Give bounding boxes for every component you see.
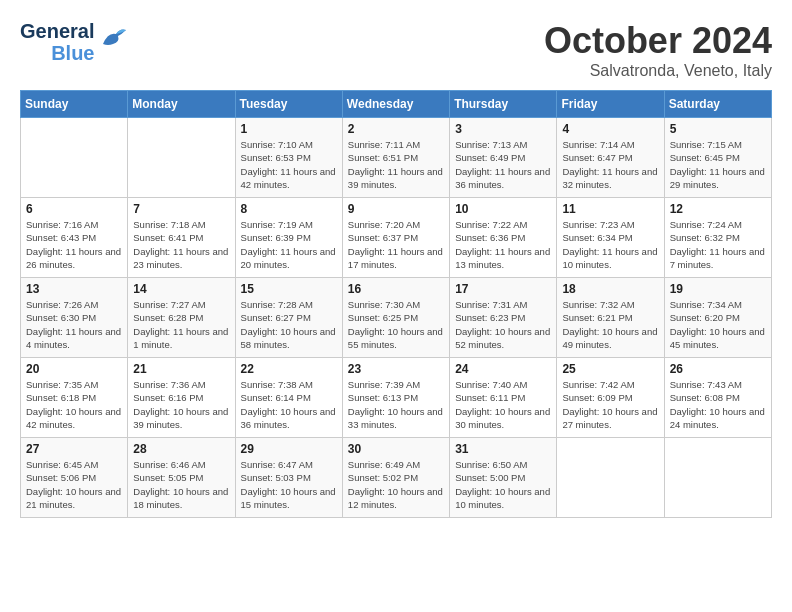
day-number: 10 [455, 202, 551, 216]
day-number: 1 [241, 122, 337, 136]
day-detail: Sunrise: 7:20 AMSunset: 6:37 PMDaylight:… [348, 218, 444, 271]
calendar-cell: 9Sunrise: 7:20 AMSunset: 6:37 PMDaylight… [342, 198, 449, 278]
day-header-monday: Monday [128, 91, 235, 118]
day-detail: Sunrise: 7:18 AMSunset: 6:41 PMDaylight:… [133, 218, 229, 271]
calendar-cell: 4Sunrise: 7:14 AMSunset: 6:47 PMDaylight… [557, 118, 664, 198]
day-number: 20 [26, 362, 122, 376]
day-detail: Sunrise: 7:36 AMSunset: 6:16 PMDaylight:… [133, 378, 229, 431]
calendar-table: SundayMondayTuesdayWednesdayThursdayFrid… [20, 90, 772, 518]
day-number: 3 [455, 122, 551, 136]
calendar-week-row: 13Sunrise: 7:26 AMSunset: 6:30 PMDayligh… [21, 278, 772, 358]
day-detail: Sunrise: 7:19 AMSunset: 6:39 PMDaylight:… [241, 218, 337, 271]
calendar-cell: 15Sunrise: 7:28 AMSunset: 6:27 PMDayligh… [235, 278, 342, 358]
calendar-cell: 11Sunrise: 7:23 AMSunset: 6:34 PMDayligh… [557, 198, 664, 278]
calendar-cell: 31Sunrise: 6:50 AMSunset: 5:00 PMDayligh… [450, 438, 557, 518]
day-header-saturday: Saturday [664, 91, 771, 118]
day-number: 18 [562, 282, 658, 296]
day-detail: Sunrise: 7:27 AMSunset: 6:28 PMDaylight:… [133, 298, 229, 351]
calendar-cell: 12Sunrise: 7:24 AMSunset: 6:32 PMDayligh… [664, 198, 771, 278]
day-detail: Sunrise: 7:11 AMSunset: 6:51 PMDaylight:… [348, 138, 444, 191]
logo-bird-icon [98, 24, 128, 60]
calendar-cell: 21Sunrise: 7:36 AMSunset: 6:16 PMDayligh… [128, 358, 235, 438]
calendar-header-row: SundayMondayTuesdayWednesdayThursdayFrid… [21, 91, 772, 118]
calendar-cell: 24Sunrise: 7:40 AMSunset: 6:11 PMDayligh… [450, 358, 557, 438]
calendar-week-row: 1Sunrise: 7:10 AMSunset: 6:53 PMDaylight… [21, 118, 772, 198]
day-detail: Sunrise: 7:39 AMSunset: 6:13 PMDaylight:… [348, 378, 444, 431]
day-detail: Sunrise: 7:13 AMSunset: 6:49 PMDaylight:… [455, 138, 551, 191]
calendar-cell: 13Sunrise: 7:26 AMSunset: 6:30 PMDayligh… [21, 278, 128, 358]
calendar-cell: 27Sunrise: 6:45 AMSunset: 5:06 PMDayligh… [21, 438, 128, 518]
title-area: October 2024 Salvatronda, Veneto, Italy [544, 20, 772, 80]
calendar-cell: 2Sunrise: 7:11 AMSunset: 6:51 PMDaylight… [342, 118, 449, 198]
day-number: 4 [562, 122, 658, 136]
day-number: 26 [670, 362, 766, 376]
day-number: 14 [133, 282, 229, 296]
day-header-friday: Friday [557, 91, 664, 118]
day-number: 19 [670, 282, 766, 296]
day-detail: Sunrise: 6:47 AMSunset: 5:03 PMDaylight:… [241, 458, 337, 511]
day-number: 8 [241, 202, 337, 216]
calendar-cell: 5Sunrise: 7:15 AMSunset: 6:45 PMDaylight… [664, 118, 771, 198]
day-detail: Sunrise: 7:31 AMSunset: 6:23 PMDaylight:… [455, 298, 551, 351]
month-title: October 2024 [544, 20, 772, 62]
day-detail: Sunrise: 7:15 AMSunset: 6:45 PMDaylight:… [670, 138, 766, 191]
day-header-thursday: Thursday [450, 91, 557, 118]
calendar-cell: 20Sunrise: 7:35 AMSunset: 6:18 PMDayligh… [21, 358, 128, 438]
day-detail: Sunrise: 7:22 AMSunset: 6:36 PMDaylight:… [455, 218, 551, 271]
day-number: 27 [26, 442, 122, 456]
calendar-week-row: 6Sunrise: 7:16 AMSunset: 6:43 PMDaylight… [21, 198, 772, 278]
calendar-cell [664, 438, 771, 518]
day-detail: Sunrise: 7:14 AMSunset: 6:47 PMDaylight:… [562, 138, 658, 191]
calendar-cell [21, 118, 128, 198]
day-detail: Sunrise: 7:38 AMSunset: 6:14 PMDaylight:… [241, 378, 337, 431]
day-detail: Sunrise: 7:43 AMSunset: 6:08 PMDaylight:… [670, 378, 766, 431]
day-number: 7 [133, 202, 229, 216]
day-detail: Sunrise: 7:16 AMSunset: 6:43 PMDaylight:… [26, 218, 122, 271]
calendar-cell: 16Sunrise: 7:30 AMSunset: 6:25 PMDayligh… [342, 278, 449, 358]
day-number: 16 [348, 282, 444, 296]
day-header-sunday: Sunday [21, 91, 128, 118]
day-number: 11 [562, 202, 658, 216]
day-number: 17 [455, 282, 551, 296]
day-detail: Sunrise: 7:34 AMSunset: 6:20 PMDaylight:… [670, 298, 766, 351]
day-detail: Sunrise: 6:49 AMSunset: 5:02 PMDaylight:… [348, 458, 444, 511]
day-number: 23 [348, 362, 444, 376]
calendar-cell: 18Sunrise: 7:32 AMSunset: 6:21 PMDayligh… [557, 278, 664, 358]
day-number: 15 [241, 282, 337, 296]
calendar-cell: 10Sunrise: 7:22 AMSunset: 6:36 PMDayligh… [450, 198, 557, 278]
calendar-cell: 14Sunrise: 7:27 AMSunset: 6:28 PMDayligh… [128, 278, 235, 358]
day-number: 6 [26, 202, 122, 216]
day-detail: Sunrise: 7:10 AMSunset: 6:53 PMDaylight:… [241, 138, 337, 191]
calendar-cell [557, 438, 664, 518]
day-number: 21 [133, 362, 229, 376]
calendar-cell: 29Sunrise: 6:47 AMSunset: 5:03 PMDayligh… [235, 438, 342, 518]
day-number: 25 [562, 362, 658, 376]
day-number: 24 [455, 362, 551, 376]
day-detail: Sunrise: 7:35 AMSunset: 6:18 PMDaylight:… [26, 378, 122, 431]
day-number: 31 [455, 442, 551, 456]
calendar-cell: 23Sunrise: 7:39 AMSunset: 6:13 PMDayligh… [342, 358, 449, 438]
day-number: 30 [348, 442, 444, 456]
day-number: 29 [241, 442, 337, 456]
calendar-week-row: 27Sunrise: 6:45 AMSunset: 5:06 PMDayligh… [21, 438, 772, 518]
calendar-cell: 1Sunrise: 7:10 AMSunset: 6:53 PMDaylight… [235, 118, 342, 198]
day-number: 22 [241, 362, 337, 376]
day-detail: Sunrise: 6:50 AMSunset: 5:00 PMDaylight:… [455, 458, 551, 511]
day-detail: Sunrise: 7:42 AMSunset: 6:09 PMDaylight:… [562, 378, 658, 431]
calendar-cell: 6Sunrise: 7:16 AMSunset: 6:43 PMDaylight… [21, 198, 128, 278]
calendar-cell [128, 118, 235, 198]
day-number: 9 [348, 202, 444, 216]
day-detail: Sunrise: 7:26 AMSunset: 6:30 PMDaylight:… [26, 298, 122, 351]
logo-general: General [20, 20, 94, 42]
logo: General Blue [20, 20, 128, 64]
day-number: 12 [670, 202, 766, 216]
day-detail: Sunrise: 7:32 AMSunset: 6:21 PMDaylight:… [562, 298, 658, 351]
location-title: Salvatronda, Veneto, Italy [544, 62, 772, 80]
calendar-cell: 22Sunrise: 7:38 AMSunset: 6:14 PMDayligh… [235, 358, 342, 438]
day-detail: Sunrise: 6:46 AMSunset: 5:05 PMDaylight:… [133, 458, 229, 511]
logo-blue: Blue [51, 42, 94, 64]
calendar-cell: 19Sunrise: 7:34 AMSunset: 6:20 PMDayligh… [664, 278, 771, 358]
day-detail: Sunrise: 7:24 AMSunset: 6:32 PMDaylight:… [670, 218, 766, 271]
day-detail: Sunrise: 7:30 AMSunset: 6:25 PMDaylight:… [348, 298, 444, 351]
calendar-cell: 17Sunrise: 7:31 AMSunset: 6:23 PMDayligh… [450, 278, 557, 358]
